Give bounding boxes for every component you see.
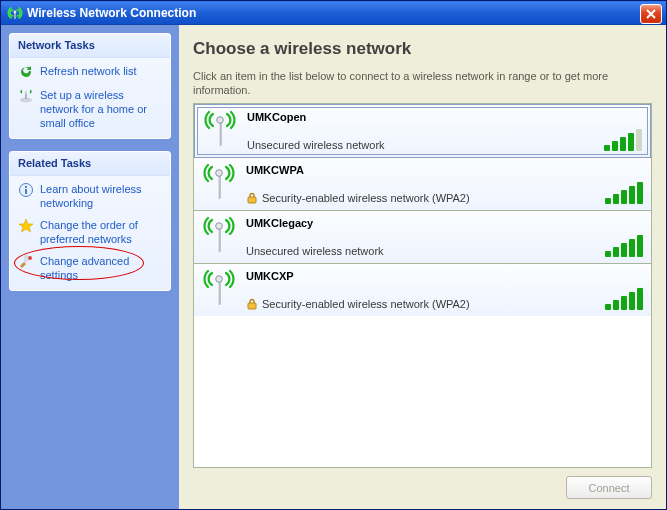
sidebar-item-learn[interactable]: Learn about wireless networking: [10, 176, 170, 212]
svg-point-17: [216, 223, 223, 230]
svg-point-1: [14, 11, 17, 14]
antenna-icon: [200, 217, 238, 257]
svg-point-14: [216, 170, 223, 177]
signal-bar: [637, 288, 643, 310]
signal-bar: [604, 145, 610, 151]
connect-button[interactable]: Connect: [566, 476, 652, 499]
network-ssid: UMKClegacy: [246, 217, 585, 229]
signal-bar: [629, 239, 635, 257]
network-item[interactable]: UMKClegacy Unsecured wireless network: [194, 211, 651, 264]
signal-bar: [620, 137, 626, 151]
sidebar-item-label: Learn about wireless networking: [40, 182, 162, 210]
signal-bar: [605, 251, 611, 257]
svg-point-10: [28, 256, 32, 260]
settings-icon: [18, 254, 34, 270]
page-subtitle: Click an item in the list below to conne…: [193, 69, 652, 97]
info-icon: [18, 182, 34, 198]
wireless-icon: [7, 5, 23, 21]
signal-bar: [613, 247, 619, 257]
network-body: UMKCopen Unsecured wireless network: [247, 111, 584, 151]
antenna-icon: [200, 164, 238, 204]
signal-bar: [637, 182, 643, 204]
sidebar-item-label: Set up a wireless network for a home or …: [40, 88, 162, 130]
svg-rect-11: [218, 120, 221, 146]
network-ssid: UMKCopen: [247, 111, 584, 123]
sidebar-header: Network Tasks: [10, 34, 170, 58]
svg-rect-9: [24, 255, 28, 262]
svg-point-7: [25, 186, 27, 188]
network-body: UMKCWPA Security-enabled wireless networ…: [246, 164, 585, 204]
svg-point-19: [216, 276, 223, 283]
network-description: Security-enabled wireless network (WPA2): [246, 192, 585, 204]
signal-bar: [605, 304, 611, 310]
signal-bar: [621, 296, 627, 310]
signal-bar: [621, 190, 627, 204]
signal-bar: [637, 235, 643, 257]
network-body: UMKClegacy Unsecured wireless network: [246, 217, 585, 257]
page-title: Choose a wireless network: [193, 39, 652, 59]
wireless-connection-window: Wireless Network Connection Network Task…: [0, 0, 667, 510]
network-item[interactable]: UMKCWPA Security-enabled wireless networ…: [194, 158, 651, 211]
signal-strength: [593, 270, 643, 310]
sidebar-item-label: Refresh network list: [40, 64, 162, 78]
lock-icon: [246, 298, 258, 310]
svg-rect-20: [248, 303, 256, 309]
sidebar-item-label: Change the order of preferred networks: [40, 218, 162, 246]
network-setup-icon: [18, 88, 34, 104]
signal-bar: [605, 198, 611, 204]
network-desc-text: Security-enabled wireless network (WPA2): [262, 298, 470, 310]
sidebar-item-change-order[interactable]: Change the order of preferred networks: [10, 212, 170, 248]
sidebar-item-setup-network[interactable]: Set up a wireless network for a home or …: [10, 82, 170, 132]
svg-point-12: [217, 117, 224, 124]
svg-rect-18: [217, 279, 220, 305]
signal-bar: [613, 194, 619, 204]
sidebar-item-label: Change advanced settings: [40, 254, 162, 282]
signal-bar: [629, 186, 635, 204]
signal-bar: [636, 129, 642, 151]
network-ssid: UMKCXP: [246, 270, 585, 282]
sidebar: Network Tasks Refresh network list Set u…: [1, 25, 179, 509]
network-desc-text: Unsecured wireless network: [246, 245, 384, 257]
svg-marker-8: [19, 219, 33, 232]
refresh-icon: [18, 64, 34, 80]
signal-bar: [628, 133, 634, 151]
signal-strength: [592, 111, 642, 151]
network-item[interactable]: UMKCopen Unsecured wireless network: [194, 104, 651, 158]
sidebar-item-advanced-settings[interactable]: Change advanced settings: [10, 248, 170, 284]
network-desc-text: Security-enabled wireless network (WPA2): [262, 192, 470, 204]
network-desc-text: Unsecured wireless network: [247, 139, 385, 151]
title-bar[interactable]: Wireless Network Connection: [1, 1, 666, 25]
signal-bar: [621, 243, 627, 257]
svg-rect-13: [217, 173, 220, 199]
sidebar-item-refresh[interactable]: Refresh network list: [10, 58, 170, 82]
lock-icon: [246, 192, 258, 204]
close-button[interactable]: [640, 4, 662, 24]
sidebar-header: Related Tasks: [10, 152, 170, 176]
network-description: Security-enabled wireless network (WPA2): [246, 298, 585, 310]
signal-bar: [612, 141, 618, 151]
network-description: Unsecured wireless network: [246, 245, 585, 257]
signal-bar: [613, 300, 619, 310]
antenna-icon: [201, 111, 239, 151]
star-icon: [18, 218, 34, 234]
svg-rect-15: [248, 197, 256, 203]
svg-rect-16: [217, 226, 220, 252]
network-description: Unsecured wireless network: [247, 139, 584, 151]
sidebar-group-related-tasks: Related Tasks Learn about wireless netwo…: [9, 151, 171, 291]
sidebar-group-network-tasks: Network Tasks Refresh network list Set u…: [9, 33, 171, 139]
window-title: Wireless Network Connection: [27, 6, 196, 20]
footer: Connect: [193, 468, 652, 499]
signal-bar: [629, 292, 635, 310]
network-item[interactable]: UMKCXP Security-enabled wireless network…: [194, 264, 651, 316]
signal-strength: [593, 217, 643, 257]
svg-point-4: [25, 91, 28, 94]
network-body: UMKCXP Security-enabled wireless network…: [246, 270, 585, 310]
main-panel: Choose a wireless network Click an item …: [179, 25, 666, 509]
signal-strength: [593, 164, 643, 204]
window-body: Network Tasks Refresh network list Set u…: [1, 25, 666, 509]
antenna-icon: [200, 270, 238, 310]
network-list[interactable]: UMKCopen Unsecured wireless network UMKC…: [193, 103, 652, 468]
network-ssid: UMKCWPA: [246, 164, 585, 176]
svg-rect-6: [25, 189, 27, 194]
